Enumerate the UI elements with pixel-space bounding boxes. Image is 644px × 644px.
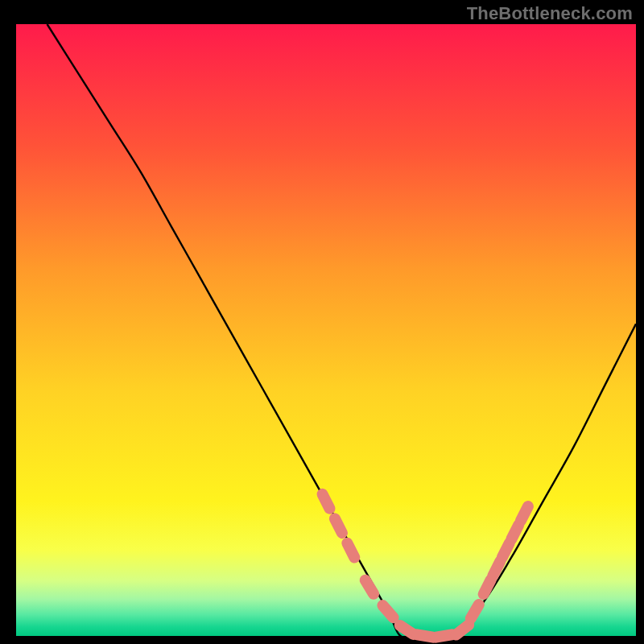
highlight-marker	[335, 518, 342, 533]
highlight-marker	[400, 625, 414, 634]
plot-background	[16, 24, 636, 636]
highlight-marker	[484, 580, 491, 594]
highlight-marker	[521, 506, 528, 521]
highlight-marker	[471, 605, 479, 618]
highlight-marker	[436, 634, 452, 637]
highlight-marker	[382, 605, 393, 617]
highlight-marker	[322, 494, 329, 509]
highlight-marker	[365, 580, 374, 594]
highlight-marker	[502, 543, 510, 558]
highlight-marker	[347, 543, 354, 558]
highlight-marker	[456, 625, 469, 634]
highlight-marker	[511, 525, 518, 539]
watermark-text: TheBottleneck.com	[467, 3, 633, 24]
bottleneck-chart	[0, 0, 644, 644]
highlight-marker	[493, 561, 500, 576]
